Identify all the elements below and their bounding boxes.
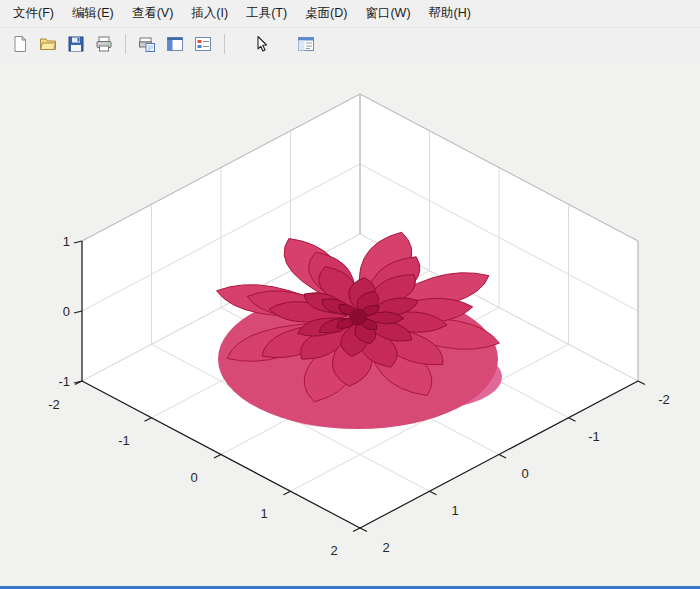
x-tick-label: -1 [118,433,130,448]
open-file-icon [39,35,57,53]
menu-insert[interactable]: 插入(I) [182,0,237,27]
edit-plot-button[interactable] [249,31,275,57]
plot-browser-button[interactable] [190,31,216,57]
menu-file[interactable]: 文件(F) [4,0,63,27]
print-preview-icon [138,35,156,53]
y-tick-label: 0 [521,466,528,481]
menu-edit[interactable]: 编辑(E) [63,0,123,27]
save-figure-icon [67,35,85,53]
figure-toolbar [0,28,700,60]
menu-window[interactable]: 窗口(W) [356,0,419,27]
save-figure-button[interactable] [63,31,89,57]
plot-3d-axes[interactable]: 1 0 -1 -2 -1 0 1 2 2 1 0 -1 -2 [0,59,700,586]
x-tick-label: 0 [190,470,197,485]
x-tick-label: 2 [330,543,337,558]
toolbar-separator [125,34,126,54]
property-editor-button[interactable] [293,31,319,57]
z-tick-label: 1 [63,234,70,249]
new-figure-icon [11,35,29,53]
figure-palette-button[interactable] [162,31,188,57]
new-figure-button[interactable] [7,31,33,57]
z-tick-label: -1 [58,374,70,389]
property-editor-icon [297,35,315,53]
menu-bar: 文件(F) 编辑(E) 查看(V) 插入(I) 工具(T) 桌面(D) 窗口(W… [0,0,700,28]
x-tick-label: -2 [48,397,60,412]
figure-palette-icon [166,35,184,53]
y-tick-label: 1 [451,503,458,518]
plot-browser-icon [194,35,212,53]
menu-tools[interactable]: 工具(T) [237,0,296,27]
z-tick-label: 0 [63,304,70,319]
print-figure-icon [95,35,113,53]
x-tick-label: 1 [260,506,267,521]
edit-plot-icon [253,35,271,53]
menu-desktop[interactable]: 桌面(D) [296,0,356,27]
menu-help[interactable]: 帮助(H) [420,0,480,27]
open-file-button[interactable] [35,31,61,57]
y-tick-label: 2 [382,540,389,555]
menu-view[interactable]: 查看(V) [123,0,183,27]
print-figure-button[interactable] [91,31,117,57]
toolbar-separator [224,34,225,54]
figure-canvas[interactable]: 1 0 -1 -2 -1 0 1 2 2 1 0 -1 -2 [0,59,700,586]
y-tick-label: -2 [658,392,670,407]
print-preview-button[interactable] [134,31,160,57]
y-tick-label: -1 [588,429,600,444]
